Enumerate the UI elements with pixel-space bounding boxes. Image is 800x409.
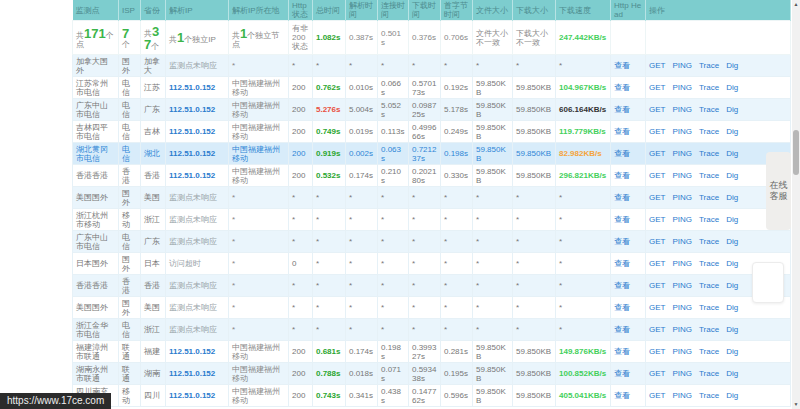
- trace-link[interactable]: Trace: [699, 127, 719, 136]
- get-link[interactable]: GET: [649, 193, 665, 202]
- scroll-up-icon[interactable]: ▲: [792, 0, 800, 9]
- view-link[interactable]: 查看: [614, 325, 630, 334]
- view-link[interactable]: 查看: [614, 259, 630, 268]
- dig-link[interactable]: Dig: [726, 61, 738, 70]
- dig-link[interactable]: Dig: [726, 303, 738, 312]
- online-service-widget[interactable]: 在线客服: [766, 152, 791, 230]
- view-link[interactable]: 查看: [614, 391, 630, 400]
- scroll-down-icon[interactable]: ▼: [792, 400, 800, 409]
- trace-link[interactable]: Trace: [699, 215, 719, 224]
- get-link[interactable]: GET: [649, 105, 665, 114]
- view-link[interactable]: 查看: [614, 303, 630, 312]
- cell-dl: 0.098725s: [409, 99, 441, 121]
- dig-link[interactable]: Dig: [726, 347, 738, 356]
- scrollbar[interactable]: ▲ ▼: [792, 0, 800, 409]
- ping-link[interactable]: PING: [672, 83, 692, 92]
- view-link[interactable]: 查看: [614, 347, 630, 356]
- trace-link[interactable]: Trace: [699, 171, 719, 180]
- get-link[interactable]: GET: [649, 391, 665, 400]
- trace-link[interactable]: Trace: [699, 193, 719, 202]
- view-link[interactable]: 查看: [614, 215, 630, 224]
- get-link[interactable]: GET: [649, 303, 665, 312]
- get-link[interactable]: GET: [649, 259, 665, 268]
- ip-link[interactable]: 112.51.0.152: [169, 105, 215, 114]
- ping-link[interactable]: PING: [672, 391, 692, 400]
- view-link[interactable]: 查看: [614, 105, 630, 114]
- dig-link[interactable]: Dig: [726, 193, 738, 202]
- dig-link[interactable]: Dig: [726, 281, 738, 290]
- trace-link[interactable]: Trace: [699, 105, 719, 114]
- dig-link[interactable]: Dig: [726, 237, 738, 246]
- get-link[interactable]: GET: [649, 347, 665, 356]
- trace-link[interactable]: Trace: [699, 325, 719, 334]
- get-link[interactable]: GET: [649, 369, 665, 378]
- ping-link[interactable]: PING: [672, 347, 692, 356]
- view-link[interactable]: 查看: [614, 281, 630, 290]
- view-link[interactable]: 查看: [614, 127, 630, 136]
- get-link[interactable]: GET: [649, 281, 665, 290]
- get-link[interactable]: GET: [649, 215, 665, 224]
- ping-link[interactable]: PING: [672, 325, 692, 334]
- floating-widget[interactable]: [752, 262, 784, 303]
- dig-link[interactable]: Dig: [726, 325, 738, 334]
- ip-link[interactable]: 112.51.0.152: [169, 369, 215, 378]
- view-link[interactable]: 查看: [614, 171, 630, 180]
- ping-link[interactable]: PING: [672, 259, 692, 268]
- ping-link[interactable]: PING: [672, 237, 692, 246]
- ip-link[interactable]: 112.51.0.152: [169, 127, 215, 136]
- scrollbar-thumb[interactable]: [793, 130, 799, 175]
- trace-link[interactable]: Trace: [699, 83, 719, 92]
- view-link[interactable]: 查看: [614, 149, 630, 158]
- summary-cell-total: 1.082s: [313, 21, 346, 55]
- dig-link[interactable]: Dig: [726, 83, 738, 92]
- dig-link[interactable]: Dig: [726, 105, 738, 114]
- trace-link[interactable]: Trace: [699, 369, 719, 378]
- get-link[interactable]: GET: [649, 127, 665, 136]
- ping-link[interactable]: PING: [672, 369, 692, 378]
- ping-link[interactable]: PING: [672, 281, 692, 290]
- ping-link[interactable]: PING: [672, 127, 692, 136]
- trace-link[interactable]: Trace: [699, 347, 719, 356]
- dig-link[interactable]: Dig: [726, 259, 738, 268]
- get-link[interactable]: GET: [649, 149, 665, 158]
- trace-link[interactable]: Trace: [699, 259, 719, 268]
- dig-link[interactable]: Dig: [726, 369, 738, 378]
- trace-link[interactable]: Trace: [699, 149, 719, 158]
- view-link[interactable]: 查看: [614, 237, 630, 246]
- ping-link[interactable]: PING: [672, 193, 692, 202]
- cell-conn: 0.063s: [378, 143, 409, 165]
- trace-link[interactable]: Trace: [699, 61, 719, 70]
- ip-link[interactable]: 112.51.0.152: [169, 83, 215, 92]
- ping-link[interactable]: PING: [672, 171, 692, 180]
- col-header-isp: ISP: [119, 0, 141, 21]
- get-link[interactable]: GET: [649, 61, 665, 70]
- trace-link[interactable]: Trace: [699, 281, 719, 290]
- ip-link[interactable]: 112.51.0.152: [169, 391, 215, 400]
- ping-link[interactable]: PING: [672, 215, 692, 224]
- ping-link[interactable]: PING: [672, 149, 692, 158]
- ping-link[interactable]: PING: [672, 303, 692, 312]
- view-link[interactable]: 查看: [614, 61, 630, 70]
- get-link[interactable]: GET: [649, 171, 665, 180]
- cell-speed: *: [556, 253, 611, 275]
- dig-link[interactable]: Dig: [726, 171, 738, 180]
- view-link[interactable]: 查看: [614, 83, 630, 92]
- get-link[interactable]: GET: [649, 325, 665, 334]
- trace-link[interactable]: Trace: [699, 391, 719, 400]
- dig-link[interactable]: Dig: [726, 391, 738, 400]
- ip-link[interactable]: 112.51.0.152: [169, 347, 215, 356]
- ping-link[interactable]: PING: [672, 61, 692, 70]
- dig-link[interactable]: Dig: [726, 215, 738, 224]
- trace-link[interactable]: Trace: [699, 303, 719, 312]
- dig-link[interactable]: Dig: [726, 127, 738, 136]
- get-link[interactable]: GET: [649, 237, 665, 246]
- view-link[interactable]: 查看: [614, 369, 630, 378]
- trace-link[interactable]: Trace: [699, 237, 719, 246]
- view-link[interactable]: 查看: [614, 193, 630, 202]
- cell-fsize: *: [473, 187, 513, 209]
- ip-link[interactable]: 112.51.0.152: [169, 171, 215, 180]
- get-link[interactable]: GET: [649, 83, 665, 92]
- ip-link[interactable]: 112.51.0.152: [169, 149, 215, 158]
- ping-link[interactable]: PING: [672, 105, 692, 114]
- dig-link[interactable]: Dig: [726, 149, 738, 158]
